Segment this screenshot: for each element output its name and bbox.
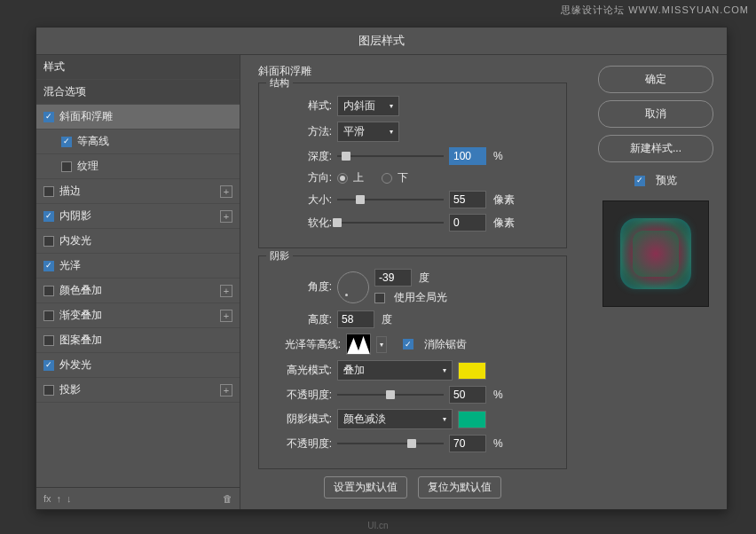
fx-icon[interactable]: fx <box>43 493 51 504</box>
method-dropdown[interactable]: 平滑 ▾ <box>337 122 399 142</box>
gloss-contour-label: 光泽等高线: <box>270 337 341 352</box>
style-checkbox[interactable] <box>43 211 54 222</box>
dialog-content: 样式混合选项斜面和浮雕等高线纹理描边+内阴影+内发光光泽颜色叠加+渐变叠加+图案… <box>36 55 727 509</box>
sidebar-item-6[interactable]: 内阴影+ <box>36 204 240 229</box>
sidebar-item-label: 内阴影 <box>59 208 91 224</box>
right-column: 确定 取消 新建样式... 预览 <box>585 55 727 509</box>
sidebar-item-1[interactable]: 混合选项 <box>36 80 240 105</box>
style-checkbox[interactable] <box>43 112 54 122</box>
ok-button[interactable]: 确定 <box>598 66 713 93</box>
add-effect-icon[interactable]: + <box>220 285 232 297</box>
highlight-opacity-input[interactable]: 50 <box>449 386 486 404</box>
sidebar-item-7[interactable]: 内发光 <box>36 229 240 254</box>
style-checkbox[interactable] <box>61 137 72 147</box>
sidebar-item-3[interactable]: 等高线 <box>36 130 240 154</box>
chevron-down-icon: ▾ <box>390 128 393 136</box>
angle-unit: 度 <box>419 271 429 286</box>
soften-unit: 像素 <box>493 216 515 231</box>
style-checkbox[interactable] <box>43 335 54 346</box>
sidebar-item-label: 样式 <box>43 59 65 75</box>
size-label: 大小: <box>270 192 332 208</box>
sidebar-item-0[interactable]: 样式 <box>36 55 240 80</box>
chevron-down-icon: ▾ <box>443 415 446 423</box>
style-checkbox[interactable] <box>43 186 54 197</box>
method-label: 方法: <box>270 124 332 139</box>
section-title: 斜面和浮雕 <box>258 64 567 79</box>
shadow-opacity-slider[interactable] <box>337 443 444 444</box>
trash-icon[interactable]: 🗑 <box>223 493 232 504</box>
size-input[interactable]: 55 <box>449 191 486 208</box>
preview-checkbox[interactable] <box>634 176 645 186</box>
style-checkbox[interactable] <box>43 236 54 247</box>
chevron-down-icon[interactable]: ▾ <box>376 336 387 353</box>
soften-input[interactable]: 0 <box>449 214 486 232</box>
shadow-opacity-input[interactable]: 70 <box>449 435 486 452</box>
depth-label: 深度: <box>270 149 332 164</box>
shadow-mode-dropdown[interactable]: 颜色减淡 ▾ <box>337 409 453 429</box>
angle-dial[interactable] <box>337 271 369 303</box>
add-effect-icon[interactable]: + <box>220 384 232 397</box>
depth-slider[interactable] <box>337 155 444 157</box>
angle-input[interactable]: -39 <box>374 269 412 287</box>
cancel-button[interactable]: 取消 <box>598 100 713 128</box>
new-style-button[interactable]: 新建样式... <box>598 135 713 162</box>
reset-default-button[interactable]: 复位为默认值 <box>418 476 501 499</box>
shadow-opacity-unit: % <box>493 437 503 450</box>
shadow-mode-label: 阴影模式: <box>270 412 332 427</box>
style-checkbox[interactable] <box>61 161 72 172</box>
gloss-contour-picker[interactable] <box>346 334 371 355</box>
soften-slider[interactable] <box>337 222 444 224</box>
dialog-title: 图层样式 <box>36 27 727 55</box>
direction-up-radio[interactable] <box>337 173 348 184</box>
sidebar-item-12[interactable]: 外发光 <box>36 353 240 378</box>
settings-panel: 斜面和浮雕 结构 样式: 内斜面 ▾ 方法: 平滑 ▾ <box>240 55 585 509</box>
arrow-down-icon[interactable]: ↓ <box>67 493 72 504</box>
sidebar-item-4[interactable]: 纹理 <box>36 154 240 179</box>
highlight-opacity-unit: % <box>493 389 503 401</box>
highlight-mode-dropdown[interactable]: 叠加 ▾ <box>337 360 453 381</box>
highlight-color-swatch[interactable] <box>458 362 486 380</box>
footer-logo: UI.cn <box>367 521 388 530</box>
highlight-opacity-slider[interactable] <box>337 394 444 396</box>
structure-group: 结构 样式: 内斜面 ▾ 方法: 平滑 ▾ 深度: <box>258 82 567 248</box>
add-effect-icon[interactable]: + <box>220 310 232 322</box>
style-checkbox[interactable] <box>43 286 54 296</box>
shadow-mode-value: 颜色减淡 <box>343 412 386 427</box>
altitude-input[interactable]: 58 <box>337 310 374 328</box>
sidebar-item-9[interactable]: 颜色叠加+ <box>36 279 240 303</box>
arrow-up-icon[interactable]: ↑ <box>57 493 62 504</box>
sidebar-item-2[interactable]: 斜面和浮雕 <box>36 105 240 130</box>
sidebar-item-10[interactable]: 渐变叠加+ <box>36 303 240 328</box>
size-unit: 像素 <box>493 192 515 208</box>
sidebar-item-label: 混合选项 <box>43 84 86 99</box>
depth-unit: % <box>493 150 503 162</box>
sidebar-item-5[interactable]: 描边+ <box>36 179 240 204</box>
add-effect-icon[interactable]: + <box>220 210 232 223</box>
sidebar-item-13[interactable]: 投影+ <box>36 378 240 403</box>
altitude-label: 高度: <box>270 312 332 327</box>
method-value: 平滑 <box>343 124 365 139</box>
antialias-checkbox[interactable] <box>403 339 413 349</box>
shadow-color-swatch[interactable] <box>458 411 486 428</box>
shadow-opacity-label: 不透明度: <box>270 436 332 452</box>
style-checkbox[interactable] <box>43 385 54 396</box>
sidebar-item-label: 颜色叠加 <box>59 283 102 298</box>
sidebar-item-label: 光泽 <box>59 258 81 273</box>
sidebar-item-8[interactable]: 光泽 <box>36 254 240 279</box>
preview-label: 预览 <box>656 173 677 188</box>
global-light-checkbox[interactable] <box>374 293 385 303</box>
sidebar-item-label: 描边 <box>59 184 81 199</box>
style-dropdown[interactable]: 内斜面 ▾ <box>337 96 399 116</box>
make-default-button[interactable]: 设置为默认值 <box>324 476 407 499</box>
style-checkbox[interactable] <box>43 360 54 371</box>
style-label: 样式: <box>270 98 332 114</box>
size-slider[interactable] <box>337 199 444 200</box>
sidebar-item-11[interactable]: 图案叠加 <box>36 328 240 353</box>
depth-input[interactable]: 100 <box>449 147 486 165</box>
watermark-text: 思缘设计论坛 WWW.MISSYUAN.COM <box>561 4 749 17</box>
direction-down-radio[interactable] <box>382 173 392 184</box>
add-effect-icon[interactable]: + <box>220 185 232 198</box>
sidebar-item-label: 内发光 <box>59 233 91 248</box>
style-checkbox[interactable] <box>43 310 54 321</box>
style-checkbox[interactable] <box>43 261 54 271</box>
